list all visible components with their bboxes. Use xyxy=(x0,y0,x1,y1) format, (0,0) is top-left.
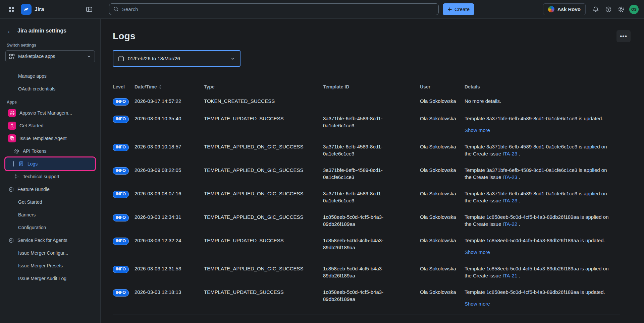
issue-link[interactable]: ITA-23 xyxy=(502,151,517,156)
appsvio-copy-icon xyxy=(8,134,16,142)
cell-details: Template 3a371bfe-6efb-4589-8cd1-0a1cfe6… xyxy=(465,167,620,181)
search-input[interactable] xyxy=(109,3,439,15)
issue-link[interactable]: ITA-21 xyxy=(502,273,517,278)
level-badge: INFO xyxy=(113,116,129,123)
back-arrow-icon[interactable]: ← xyxy=(7,27,13,34)
cell-template-id: 3a371bfe-6efb-4589-8cd1-0a1cfe6c1ce3 xyxy=(323,167,420,181)
level-badge: INFO xyxy=(113,289,129,297)
sidebar-item-label: Feature Bundle xyxy=(17,187,50,192)
sidebar-item-banners[interactable]: Banners xyxy=(5,208,95,221)
column-header-type: Type xyxy=(204,84,323,89)
show-more-link[interactable]: Show more xyxy=(465,249,490,255)
sidebar-item-issue-templates-agent[interactable]: Issue Templates Agent xyxy=(5,132,95,145)
hexagon-icon xyxy=(8,187,14,192)
create-button[interactable]: Create xyxy=(443,3,474,15)
settings-scope-dropdown[interactable]: Marketplace apps xyxy=(5,50,95,62)
sidebar-item-issue-merger-presets[interactable]: Issue Merger Presets xyxy=(5,259,95,272)
log-table-row: INFO2026-03-03 12:31:53TEMPLATE_APPLIED_… xyxy=(113,261,620,284)
sidebar-item-oauth-credentials[interactable]: OAuth credentials xyxy=(5,82,95,95)
sidebar-item-label: Get Started xyxy=(18,199,42,205)
sidebar-item-label: Issue Merger Configur... xyxy=(18,250,68,256)
cell-details: Template 1c858eeb-5c0d-4cf5-b4a3-89db26f… xyxy=(465,288,620,307)
user-avatar[interactable]: OS xyxy=(629,5,639,14)
cell-datetime: 2026-03-09 08:22:05 xyxy=(135,167,204,181)
cell-details: Template 1c858eeb-5c0d-4cf5-b4a3-89db26f… xyxy=(465,237,620,256)
sidebar-item-feature-bundle[interactable]: Feature Bundle xyxy=(5,183,95,196)
cell-user: Ola Sokolowska xyxy=(420,143,465,157)
cell-details: Template 3a371bfe-6efb-4589-8cd1-0a1cfe6… xyxy=(465,115,620,134)
sidebar-title: Jira admin settings xyxy=(17,28,66,34)
column-header-level: Level xyxy=(113,84,135,89)
chevron-down-icon xyxy=(230,56,235,61)
level-badge: INFO xyxy=(113,214,129,221)
cell-details: Template 1c858eeb-5c0d-4cf5-b4a3-89db26f… xyxy=(465,213,620,228)
cell-template-id: 1c858eeb-5c0d-4cf5-b4a3-89db26f189aa xyxy=(323,237,420,256)
calendar-icon xyxy=(118,56,124,62)
help-icon[interactable] xyxy=(603,4,614,15)
cell-datetime: 2026-03-09 08:07:16 xyxy=(135,190,204,204)
cell-user: Ola Sokolowska xyxy=(420,190,465,204)
sidebar-item-api-tokens[interactable]: API Tokens xyxy=(5,145,95,157)
sidebar-item-configuration[interactable]: Configuration xyxy=(5,221,95,234)
settings-gear-icon[interactable] xyxy=(616,4,627,15)
sidebar-collapse-icon[interactable] xyxy=(84,4,95,15)
cell-type: TEMPLATE_APPLIED_ON_GIC_SUCCESS xyxy=(204,213,323,228)
sidebar-item-issue-merger-audit-log[interactable]: Issue Merger Audit Log xyxy=(5,272,95,285)
cell-details: Template 3a371bfe-6efb-4589-8cd1-0a1cfe6… xyxy=(465,143,620,157)
log-table-row: INFO2026-03-03 12:32:24TEMPLATE_UPDATED_… xyxy=(113,233,620,261)
logs-table-header: LevelDate/TimeTypeTemplate IDUserDetails xyxy=(113,82,620,93)
cell-datetime: 2026-03-17 14:57:22 xyxy=(135,98,204,106)
show-more-link[interactable]: Show more xyxy=(465,301,490,307)
sidebar-item-label: Logs xyxy=(28,161,38,167)
cell-type: TEMPLATE_UPDATED_SUCCESS xyxy=(204,115,323,134)
jira-logo[interactable] xyxy=(21,4,32,15)
sidebar-item-get-started[interactable]: Get Started xyxy=(5,196,95,208)
app-switcher-icon[interactable] xyxy=(6,4,17,15)
cell-details: Template 1c858eeb-5c0d-4cf5-b4a3-89db26f… xyxy=(465,265,620,279)
log-table-row: INFO2026-03-09 08:22:05TEMPLATE_APPLIED_… xyxy=(113,162,620,186)
show-more-link[interactable]: Show more xyxy=(465,127,490,133)
level-badge: INFO xyxy=(113,144,129,151)
log-table-row: INFO2026-03-09 10:35:40TEMPLATE_UPDATED_… xyxy=(113,111,620,139)
level-badge: INFO xyxy=(113,266,129,273)
sidebar-item-logs[interactable]: Logs xyxy=(5,157,95,170)
sidebar-item-label: API Tokens xyxy=(23,148,47,154)
column-header-date-time[interactable]: Date/Time xyxy=(135,84,204,89)
cell-user: Ola Sokolowska xyxy=(420,288,465,307)
log-table-row: INFO2026-03-03 12:18:13TEMPLATE_UPDATED_… xyxy=(113,284,620,315)
issue-link[interactable]: ITA-22 xyxy=(502,221,517,227)
sidebar-item-appsvio-test-managem[interactable]: ATMAppsvio Test Managem... xyxy=(5,107,95,119)
notifications-bell-icon[interactable] xyxy=(590,4,601,15)
sidebar-item-issue-merger-configur[interactable]: Issue Merger Configur... xyxy=(5,247,95,259)
logs-table-body: INFO2026-03-17 14:57:22TOKEN_CREATED_SUC… xyxy=(113,93,620,315)
date-range-filter[interactable]: 01/Feb/26 to 18/Mar/26 xyxy=(113,50,240,67)
product-name: Jira xyxy=(35,6,44,12)
cell-template-id: 3a371bfe-6efb-4589-8cd1-0a1cfe6c1ce3 xyxy=(323,143,420,157)
sidebar-item-label: Issue Templates Agent xyxy=(19,136,67,141)
sidebar-item-label: Get Started xyxy=(19,123,44,128)
chevron-down-icon xyxy=(87,54,91,59)
issue-link[interactable]: ITA-23 xyxy=(502,174,517,180)
level-badge: INFO xyxy=(113,238,129,245)
ask-rovo-button[interactable]: Ask Rovo xyxy=(543,3,586,15)
cell-datetime: 2026-03-03 12:31:53 xyxy=(135,265,204,279)
sidebar-item-get-started[interactable]: Get Started xyxy=(5,119,95,132)
sidebar-item-label: Appsvio Test Managem... xyxy=(19,110,72,116)
cell-template-id: 1c858eeb-5c0d-4cf5-b4a3-89db26f189aa xyxy=(323,288,420,307)
cell-template-id: 1c858eeb-5c0d-4cf5-b4a3-89db26f189aa xyxy=(323,265,420,279)
cell-type: TEMPLATE_APPLIED_ON_GIC_SUCCESS xyxy=(204,143,323,157)
sidebar-item-label: Banners xyxy=(18,212,36,217)
logs-table: LevelDate/TimeTypeTemplate IDUserDetails… xyxy=(113,82,620,315)
logs-page: Logs ••• 01/Feb/26 to 18/Mar/26 LevelDat… xyxy=(101,19,644,323)
cell-type: TEMPLATE_APPLIED_ON_GIC_SUCCESS xyxy=(204,265,323,279)
sidebar-item-service-pack-for-agents[interactable]: Service Pack for Agents xyxy=(5,234,95,247)
issue-link[interactable]: ITA-23 xyxy=(502,198,517,203)
sidebar-item-technical-support[interactable]: Technical support xyxy=(5,170,95,183)
topbar-left-cluster: Jira xyxy=(0,4,101,15)
more-actions-icon[interactable]: ••• xyxy=(616,30,631,42)
sidebar-item-label: OAuth credentials xyxy=(18,86,55,91)
cell-template-id xyxy=(323,98,420,106)
cell-details: Template 3a371bfe-6efb-4589-8cd1-0a1cfe6… xyxy=(465,190,620,204)
sidebar-item-manage-apps[interactable]: Manage apps xyxy=(5,70,95,82)
search-icon xyxy=(113,6,119,12)
